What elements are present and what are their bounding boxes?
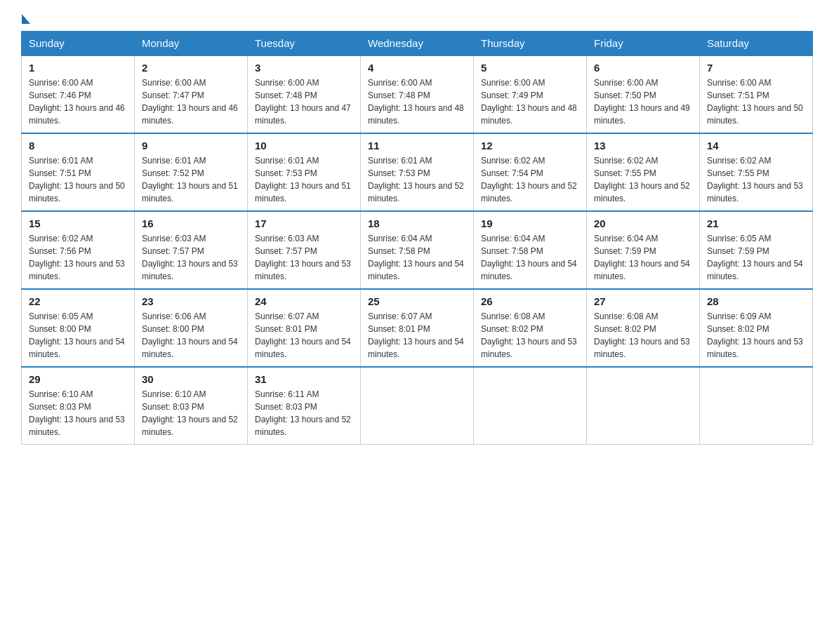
day-number: 21	[707, 217, 805, 229]
day-info: Sunrise: 6:08 AMSunset: 8:02 PMDaylight:…	[481, 310, 579, 361]
day-info: Sunrise: 6:04 AMSunset: 7:58 PMDaylight:…	[368, 232, 466, 283]
day-info: Sunrise: 6:00 AMSunset: 7:49 PMDaylight:…	[481, 76, 579, 127]
day-info: Sunrise: 6:09 AMSunset: 8:02 PMDaylight:…	[707, 310, 805, 361]
day-info: Sunrise: 6:03 AMSunset: 7:57 PMDaylight:…	[255, 232, 353, 283]
page-header	[21, 14, 813, 24]
calendar-cell: 22Sunrise: 6:05 AMSunset: 8:00 PMDayligh…	[22, 289, 135, 367]
calendar-cell: 12Sunrise: 6:02 AMSunset: 7:54 PMDayligh…	[474, 133, 587, 211]
day-info: Sunrise: 6:02 AMSunset: 7:54 PMDaylight:…	[481, 154, 579, 205]
day-number: 10	[255, 140, 353, 152]
calendar-week-row: 1Sunrise: 6:00 AMSunset: 7:46 PMDaylight…	[22, 55, 813, 133]
day-number: 11	[368, 140, 466, 152]
calendar-cell: 18Sunrise: 6:04 AMSunset: 7:58 PMDayligh…	[361, 211, 474, 289]
calendar-week-row: 15Sunrise: 6:02 AMSunset: 7:56 PMDayligh…	[22, 211, 813, 289]
day-number: 30	[142, 373, 240, 385]
day-number: 17	[255, 217, 353, 229]
day-number: 27	[594, 295, 692, 307]
day-info: Sunrise: 6:04 AMSunset: 7:58 PMDaylight:…	[481, 232, 579, 283]
day-info: Sunrise: 6:02 AMSunset: 7:55 PMDaylight:…	[594, 154, 692, 205]
day-info: Sunrise: 6:11 AMSunset: 8:03 PMDaylight:…	[255, 388, 353, 438]
day-info: Sunrise: 6:01 AMSunset: 7:53 PMDaylight:…	[255, 154, 353, 205]
calendar-cell: 20Sunrise: 6:04 AMSunset: 7:59 PMDayligh…	[587, 211, 700, 289]
calendar-cell: 26Sunrise: 6:08 AMSunset: 8:02 PMDayligh…	[474, 289, 587, 367]
day-number: 8	[29, 140, 127, 152]
day-info: Sunrise: 6:08 AMSunset: 8:02 PMDaylight:…	[594, 310, 692, 361]
calendar-cell: 13Sunrise: 6:02 AMSunset: 7:55 PMDayligh…	[587, 133, 700, 211]
logo	[21, 14, 33, 24]
calendar-cell	[361, 367, 474, 445]
day-info: Sunrise: 6:00 AMSunset: 7:48 PMDaylight:…	[368, 76, 466, 127]
day-info: Sunrise: 6:01 AMSunset: 7:51 PMDaylight:…	[29, 154, 127, 205]
weekday-header-monday: Monday	[135, 32, 248, 56]
calendar-cell: 28Sunrise: 6:09 AMSunset: 8:02 PMDayligh…	[700, 289, 813, 367]
day-info: Sunrise: 6:00 AMSunset: 7:47 PMDaylight:…	[142, 76, 240, 127]
day-number: 22	[29, 295, 127, 307]
day-number: 1	[29, 62, 127, 74]
calendar-week-row: 8Sunrise: 6:01 AMSunset: 7:51 PMDaylight…	[22, 133, 813, 211]
day-info: Sunrise: 6:04 AMSunset: 7:59 PMDaylight:…	[594, 232, 692, 283]
calendar-cell: 10Sunrise: 6:01 AMSunset: 7:53 PMDayligh…	[248, 133, 361, 211]
weekday-header-wednesday: Wednesday	[361, 32, 474, 56]
calendar-week-row: 29Sunrise: 6:10 AMSunset: 8:03 PMDayligh…	[22, 367, 813, 445]
day-number: 12	[481, 140, 579, 152]
calendar-cell: 31Sunrise: 6:11 AMSunset: 8:03 PMDayligh…	[248, 367, 361, 445]
day-info: Sunrise: 6:00 AMSunset: 7:48 PMDaylight:…	[255, 76, 353, 127]
day-number: 9	[142, 140, 240, 152]
calendar-cell: 3Sunrise: 6:00 AMSunset: 7:48 PMDaylight…	[248, 55, 361, 133]
day-info: Sunrise: 6:03 AMSunset: 7:57 PMDaylight:…	[142, 232, 240, 283]
day-number: 23	[142, 295, 240, 307]
day-number: 18	[368, 217, 466, 229]
calendar-cell: 1Sunrise: 6:00 AMSunset: 7:46 PMDaylight…	[22, 55, 135, 133]
day-number: 5	[481, 62, 579, 74]
calendar-cell: 2Sunrise: 6:00 AMSunset: 7:47 PMDaylight…	[135, 55, 248, 133]
calendar-cell: 19Sunrise: 6:04 AMSunset: 7:58 PMDayligh…	[474, 211, 587, 289]
day-number: 19	[481, 217, 579, 229]
day-info: Sunrise: 6:10 AMSunset: 8:03 PMDaylight:…	[142, 388, 240, 438]
calendar-cell: 30Sunrise: 6:10 AMSunset: 8:03 PMDayligh…	[135, 367, 248, 445]
day-number: 20	[594, 217, 692, 229]
calendar-cell	[700, 367, 813, 445]
day-info: Sunrise: 6:00 AMSunset: 7:51 PMDaylight:…	[707, 76, 805, 127]
day-info: Sunrise: 6:10 AMSunset: 8:03 PMDaylight:…	[29, 388, 127, 438]
day-number: 3	[255, 62, 353, 74]
day-number: 7	[707, 62, 805, 74]
calendar-cell: 15Sunrise: 6:02 AMSunset: 7:56 PMDayligh…	[22, 211, 135, 289]
calendar-cell: 4Sunrise: 6:00 AMSunset: 7:48 PMDaylight…	[361, 55, 474, 133]
calendar-cell: 21Sunrise: 6:05 AMSunset: 7:59 PMDayligh…	[700, 211, 813, 289]
day-number: 14	[707, 140, 805, 152]
day-info: Sunrise: 6:07 AMSunset: 8:01 PMDaylight:…	[368, 310, 466, 361]
weekday-header-saturday: Saturday	[700, 32, 813, 56]
day-info: Sunrise: 6:01 AMSunset: 7:53 PMDaylight:…	[368, 154, 466, 205]
calendar-week-row: 22Sunrise: 6:05 AMSunset: 8:00 PMDayligh…	[22, 289, 813, 367]
calendar-cell: 23Sunrise: 6:06 AMSunset: 8:00 PMDayligh…	[135, 289, 248, 367]
day-info: Sunrise: 6:05 AMSunset: 8:00 PMDaylight:…	[29, 310, 127, 361]
calendar-header-row: SundayMondayTuesdayWednesdayThursdayFrid…	[22, 32, 813, 56]
calendar-cell: 16Sunrise: 6:03 AMSunset: 7:57 PMDayligh…	[135, 211, 248, 289]
calendar-cell: 7Sunrise: 6:00 AMSunset: 7:51 PMDaylight…	[700, 55, 813, 133]
calendar-cell: 17Sunrise: 6:03 AMSunset: 7:57 PMDayligh…	[248, 211, 361, 289]
calendar-cell: 11Sunrise: 6:01 AMSunset: 7:53 PMDayligh…	[361, 133, 474, 211]
weekday-header-thursday: Thursday	[474, 32, 587, 56]
day-number: 25	[368, 295, 466, 307]
day-number: 28	[707, 295, 805, 307]
calendar-cell: 8Sunrise: 6:01 AMSunset: 7:51 PMDaylight…	[22, 133, 135, 211]
day-info: Sunrise: 6:00 AMSunset: 7:46 PMDaylight:…	[29, 76, 127, 127]
day-number: 6	[594, 62, 692, 74]
calendar-cell: 5Sunrise: 6:00 AMSunset: 7:49 PMDaylight…	[474, 55, 587, 133]
calendar-cell	[587, 367, 700, 445]
calendar-cell: 25Sunrise: 6:07 AMSunset: 8:01 PMDayligh…	[361, 289, 474, 367]
day-number: 13	[594, 140, 692, 152]
weekday-header-friday: Friday	[587, 32, 700, 56]
calendar-cell: 29Sunrise: 6:10 AMSunset: 8:03 PMDayligh…	[22, 367, 135, 445]
day-number: 29	[29, 373, 127, 385]
weekday-header-sunday: Sunday	[22, 32, 135, 56]
weekday-header-tuesday: Tuesday	[248, 32, 361, 56]
day-number: 15	[29, 217, 127, 229]
day-number: 31	[255, 373, 353, 385]
day-number: 24	[255, 295, 353, 307]
day-info: Sunrise: 6:02 AMSunset: 7:56 PMDaylight:…	[29, 232, 127, 283]
day-number: 4	[368, 62, 466, 74]
day-info: Sunrise: 6:06 AMSunset: 8:00 PMDaylight:…	[142, 310, 240, 361]
logo-arrow-icon	[22, 14, 30, 24]
calendar-cell: 9Sunrise: 6:01 AMSunset: 7:52 PMDaylight…	[135, 133, 248, 211]
